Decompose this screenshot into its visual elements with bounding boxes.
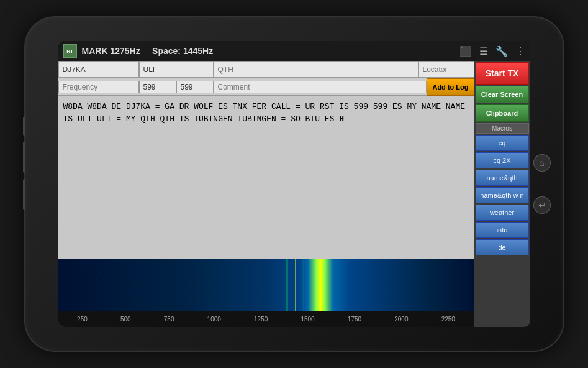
text-display: W8DA W8DA DE DJ7KA = GA DR WOLF ES TNX F… [58,96,474,259]
phone-frame: RT MARK 1275Hz Space: 1445Hz ⬛ ☰ 🔧 ⋮ [24,16,564,352]
back-button[interactable]: ↩ [533,196,551,214]
svg-rect-6 [142,283,142,285]
svg-rect-1 [58,259,474,311]
freq-label-1250: 1250 [254,316,268,323]
clear-screen-button[interactable]: Clear Screen [476,86,529,103]
title: MARK 1275Hz Space: 1445Hz [82,46,455,56]
waterfall-display [58,259,474,311]
callsign-input[interactable] [58,61,139,78]
nav-buttons: ⌂ ↩ [533,154,551,214]
freq-label-1750: 1750 [348,316,361,323]
add-to-log-button[interactable]: Add to Log [427,78,474,96]
comment-input[interactable] [214,81,427,93]
decoded-text: W8DA W8DA DE DJ7KA = GA DR WOLF ES TNX F… [63,102,466,124]
svg-rect-7 [225,268,225,270]
waterfall[interactable]: 250 500 750 1000 1250 1500 1750 2000 225… [58,259,474,327]
freq-label-1500: 1500 [301,316,314,323]
app-icon: RT [63,44,77,58]
rst2-input[interactable] [176,81,214,93]
freq-label-2250: 2250 [441,316,455,323]
macro-nameqthwn-button[interactable]: name&qth w n [476,187,529,203]
freq-label-750: 750 [164,316,174,323]
bookmark-icon[interactable]: ⬛ [459,45,472,57]
freq-label-2000: 2000 [394,316,408,323]
macro-nameqth-button[interactable]: name&qth [476,170,529,186]
frequency-scale: 250 500 750 1000 1250 1500 1750 2000 225… [58,311,474,327]
svg-rect-5 [100,271,101,273]
svg-rect-9 [412,290,412,291]
frequency-input[interactable] [58,81,139,93]
home-button[interactable]: ⌂ [533,154,551,172]
macro-info-button[interactable]: info [476,222,529,238]
rst1-input[interactable] [139,81,176,93]
start-tx-button[interactable]: Start TX [476,62,529,85]
macro-cq-button[interactable]: cq [476,135,529,151]
macro-weather-button[interactable]: weather [476,205,529,221]
volume-up-button[interactable] [23,117,25,136]
input-row-2: Add to Log [58,78,474,96]
svg-rect-8 [370,277,371,279]
wrench-icon[interactable]: 🔧 [495,45,508,57]
contacts-icon[interactable]: ☰ [479,45,488,57]
volume-down-button[interactable] [23,142,25,173]
waterfall-svg [58,259,474,311]
right-panel: Start TX Clear Screen Clipboard Macros c… [474,61,530,327]
main-area: Add to Log W8DA W8DA DE DJ7KA = GA DR WO… [58,61,530,327]
macro-de-button[interactable]: de [476,239,529,255]
screen: RT MARK 1275Hz Space: 1445Hz ⬛ ☰ 🔧 ⋮ [58,41,530,327]
locator-input[interactable] [418,61,474,78]
freq-label-250: 250 [77,316,88,323]
freq-label-1000: 1000 [207,316,221,323]
freq-labels: 250 500 750 1000 1250 1500 1750 2000 225… [61,316,472,323]
freq-label-500: 500 [120,316,131,323]
macro-cq2x-button[interactable]: cq 2X [476,152,529,168]
status-bar: RT MARK 1275Hz Space: 1445Hz ⬛ ☰ 🔧 ⋮ [58,41,530,61]
camera-button[interactable] [23,179,25,210]
toolbar: ⬛ ☰ 🔧 ⋮ [459,45,525,57]
clipboard-button[interactable]: Clipboard [476,104,529,122]
name-input[interactable] [139,61,214,78]
macros-label: Macros [476,123,529,134]
input-row-1 [58,61,474,78]
left-panel: Add to Log W8DA W8DA DE DJ7KA = GA DR WO… [58,61,474,327]
more-icon[interactable]: ⋮ [515,45,525,57]
qth-input[interactable] [214,61,418,78]
